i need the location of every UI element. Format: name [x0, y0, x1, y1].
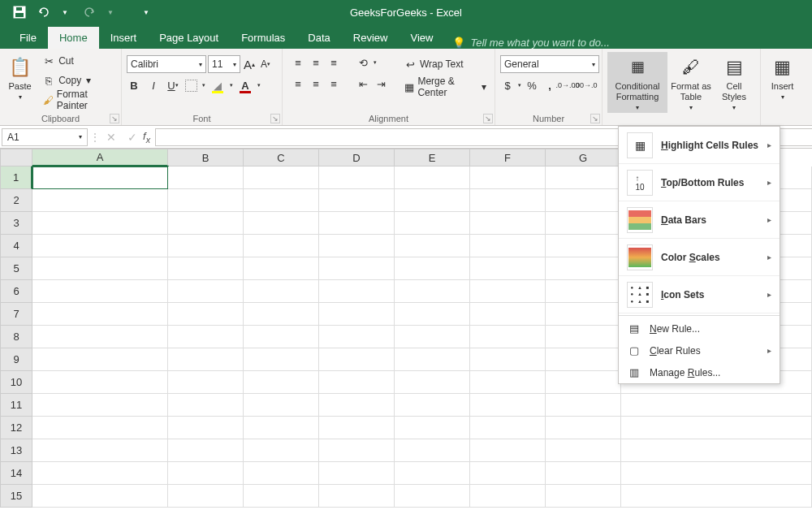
cell-A4[interactable]: [32, 235, 168, 257]
cell-D1[interactable]: [319, 166, 395, 189]
cell-C7[interactable]: [244, 303, 319, 326]
align-left-button[interactable]: ≡: [291, 76, 305, 91]
row-header-14[interactable]: 14: [0, 462, 32, 485]
cell-B15[interactable]: [168, 485, 244, 508]
cell-D7[interactable]: [319, 303, 395, 326]
font-size-combo[interactable]: 11▾: [208, 55, 240, 73]
cell-F6[interactable]: [470, 280, 546, 303]
cell-E14[interactable]: [395, 462, 470, 485]
cell-D12[interactable]: [319, 417, 395, 439]
row-header-10[interactable]: 10: [0, 371, 32, 394]
cell-F1[interactable]: [470, 166, 546, 189]
cell-A8[interactable]: [32, 326, 168, 348]
cell-C10[interactable]: [244, 371, 319, 394]
cancel-formula-button[interactable]: ✕: [101, 131, 122, 144]
menu-clear-rules[interactable]: ▢ Clear Rules ▸: [619, 339, 780, 361]
cell-C6[interactable]: [244, 280, 319, 303]
row-header-4[interactable]: 4: [0, 235, 32, 257]
cell-G7[interactable]: [546, 303, 621, 326]
cell-B7[interactable]: [168, 303, 244, 326]
cell-F8[interactable]: [470, 326, 546, 348]
cell-C2[interactable]: [244, 189, 319, 212]
clipboard-launcher[interactable]: ↘: [110, 114, 119, 123]
cell-F7[interactable]: [470, 303, 546, 326]
cell-G12[interactable]: [546, 417, 621, 439]
save-button[interactable]: [8, 2, 31, 23]
row-header-15[interactable]: 15: [0, 485, 32, 508]
alignment-launcher[interactable]: ↘: [483, 114, 493, 123]
number-format-combo[interactable]: General▾: [500, 55, 599, 73]
column-header-A[interactable]: A: [32, 149, 168, 166]
cell-E12[interactable]: [395, 417, 470, 439]
cell-A9[interactable]: [32, 348, 168, 371]
cell-C12[interactable]: [244, 417, 319, 439]
menu-icon-sets[interactable]: ●▲■●▲■●▲■ Icon Sets ▸: [619, 276, 780, 313]
fx-icon[interactable]: fx: [143, 130, 150, 145]
cut-button[interactable]: ✂Cut: [38, 52, 116, 70]
row-header-8[interactable]: 8: [0, 326, 32, 348]
cell-G6[interactable]: [546, 280, 621, 303]
cell-A11[interactable]: [32, 394, 168, 417]
tab-page-layout[interactable]: Page Layout: [148, 27, 230, 49]
cell-B10[interactable]: [168, 371, 244, 394]
menu-highlight-cells[interactable]: ▦ Highlight Cells Rules ▸: [619, 127, 780, 164]
increase-font-button[interactable]: A▴: [242, 57, 257, 71]
merge-center-button[interactable]: ▦Merge & Center▾: [400, 78, 490, 96]
cell-G10[interactable]: [546, 371, 621, 394]
cell-D2[interactable]: [319, 189, 395, 212]
cell-styles-button[interactable]: ▤ Cell Styles▾: [715, 52, 754, 113]
copy-button[interactable]: ⎘Copy▾: [38, 71, 116, 89]
bold-button[interactable]: B: [127, 78, 141, 93]
decrease-decimal-button[interactable]: .00→.0: [578, 78, 593, 93]
enter-formula-button[interactable]: ✓: [122, 131, 143, 144]
cell-D6[interactable]: [319, 280, 395, 303]
cell-C11[interactable]: [244, 394, 319, 417]
align-top-button[interactable]: ≡: [291, 55, 305, 70]
borders-button[interactable]: [185, 80, 197, 92]
cell-G15[interactable]: [546, 485, 621, 508]
cell-G1[interactable]: [546, 166, 621, 189]
cell-E11[interactable]: [395, 394, 470, 417]
italic-button[interactable]: I: [146, 78, 161, 93]
row-header-13[interactable]: 13: [0, 439, 32, 462]
cell-B9[interactable]: [168, 348, 244, 371]
row-header-1[interactable]: 1: [0, 166, 32, 189]
cell-G11[interactable]: [546, 394, 621, 417]
cell-A7[interactable]: [32, 303, 168, 326]
paste-button[interactable]: 📋 Paste ▾: [5, 52, 35, 102]
cell-C13[interactable]: [244, 439, 319, 462]
cell-B8[interactable]: [168, 326, 244, 348]
cell-F11[interactable]: [470, 394, 546, 417]
cell-E7[interactable]: [395, 303, 470, 326]
cell-E2[interactable]: [395, 189, 470, 212]
cell-C3[interactable]: [244, 212, 319, 235]
cell-D3[interactable]: [319, 212, 395, 235]
cell-D14[interactable]: [319, 462, 395, 485]
row-header-6[interactable]: 6: [0, 280, 32, 303]
menu-top-bottom[interactable]: ↑10 Top/Bottom Rules ▸: [619, 164, 780, 201]
cell-C1[interactable]: [244, 166, 319, 189]
row-header-7[interactable]: 7: [0, 303, 32, 326]
column-header-G[interactable]: G: [546, 149, 621, 166]
decrease-indent-button[interactable]: ⇤: [356, 76, 370, 91]
cell-G5[interactable]: [546, 257, 621, 280]
tab-file[interactable]: File: [8, 27, 48, 49]
cell[interactable]: [621, 394, 812, 417]
cell-A12[interactable]: [32, 417, 168, 439]
cell-D9[interactable]: [319, 348, 395, 371]
cell-D15[interactable]: [319, 485, 395, 508]
cell-B14[interactable]: [168, 462, 244, 485]
menu-color-scales[interactable]: Color Scales ▸: [619, 239, 780, 276]
format-as-table-button[interactable]: 🖋 Format as Table▾: [667, 52, 715, 113]
cell-F14[interactable]: [470, 462, 546, 485]
cell-A1[interactable]: [32, 166, 168, 189]
cell-G4[interactable]: [546, 235, 621, 257]
row-header-5[interactable]: 5: [0, 257, 32, 280]
tab-home[interactable]: Home: [48, 27, 99, 49]
cell-B12[interactable]: [168, 417, 244, 439]
cell[interactable]: [621, 462, 812, 485]
cell-F4[interactable]: [470, 235, 546, 257]
row-header-9[interactable]: 9: [0, 348, 32, 371]
cell-E3[interactable]: [395, 212, 470, 235]
cell-F2[interactable]: [470, 189, 546, 212]
